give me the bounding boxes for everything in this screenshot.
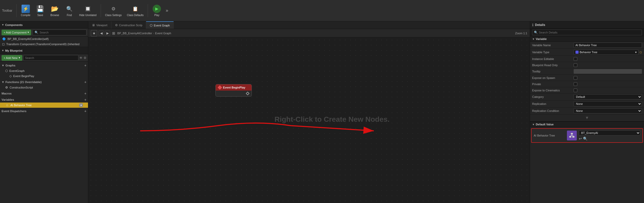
find-button[interactable]: 🔍 Find bbox=[63, 2, 76, 19]
viewport-tab-label: Viewport bbox=[96, 24, 107, 27]
components-collapse-icon[interactable]: ▼ bbox=[2, 23, 4, 26]
browse-button[interactable]: 📂 Browse bbox=[48, 2, 62, 19]
details-search-box[interactable]: 🔍 bbox=[532, 30, 642, 35]
variable-type-value-container: Behavior Tree ▾ ⬡ bbox=[574, 50, 642, 55]
construction-script-item[interactable]: ⚙ ConstructionScript bbox=[0, 85, 88, 90]
blueprint-search-box[interactable] bbox=[23, 55, 78, 61]
component-list: 🔷 BP_BB_EnemyAIController(self) ◻ Transf… bbox=[0, 36, 88, 47]
event-graph-tab-label: Event Graph bbox=[154, 24, 170, 27]
variable-expand-icon[interactable]: ▾ bbox=[79, 103, 83, 107]
default-value-asset-select[interactable]: BT_EnemyAI bbox=[579, 130, 640, 136]
class-settings-button[interactable]: ⚙ Class Settings bbox=[103, 2, 124, 19]
tab-viewport[interactable]: 🖥 Viewport bbox=[88, 21, 111, 29]
private-label: Private bbox=[532, 83, 574, 86]
variables-add-button[interactable]: + bbox=[84, 98, 86, 102]
expose-to-cinematics-checkbox[interactable] bbox=[574, 89, 577, 92]
graph-area[interactable]: Right-Click to Create New Nodes. Event B… bbox=[88, 37, 530, 203]
graphs-section-header[interactable]: ▼ Graphs + bbox=[0, 63, 88, 68]
functions-section-header[interactable]: ▼ Functions (21 Overridable) + bbox=[0, 79, 88, 85]
variable-name-input[interactable] bbox=[574, 43, 642, 48]
event-graph-item[interactable]: ⬡ EventGraph bbox=[0, 68, 88, 73]
event-begin-play-node[interactable]: Event BeginPlay bbox=[215, 84, 252, 97]
compile-button[interactable]: ⚡ Compile bbox=[19, 2, 32, 19]
instance-editable-checkbox[interactable] bbox=[574, 57, 577, 61]
class-defaults-button[interactable]: 📋 Class Defaults bbox=[125, 2, 146, 19]
blueprint-eye-icon[interactable]: 👁 bbox=[79, 56, 83, 60]
event-graph-label: EventGraph bbox=[9, 69, 25, 72]
variable-section-triangle[interactable]: ▼ bbox=[532, 38, 535, 40]
functions-add-button[interactable]: + bbox=[84, 80, 86, 84]
toolbar-separator-1 bbox=[16, 4, 17, 17]
details-search-input[interactable] bbox=[539, 31, 640, 34]
component-transform-icon: ◻ bbox=[2, 42, 5, 46]
instance-editable-value bbox=[574, 57, 642, 61]
blueprint-tree: ▼ Graphs + ⬡ EventGraph ◇ Event BeginPla… bbox=[0, 62, 88, 203]
svg-rect-1 bbox=[571, 133, 573, 134]
play-button[interactable]: ▶ Play bbox=[150, 2, 164, 19]
breadcrumb-back-button[interactable]: ◀ bbox=[99, 31, 104, 36]
default-value-triangle[interactable]: ▼ bbox=[532, 123, 535, 126]
default-value-row: AI Behavior Tree bbox=[531, 128, 643, 143]
graphs-add-button[interactable]: + bbox=[84, 63, 86, 67]
svg-rect-3 bbox=[572, 136, 574, 138]
default-value-section: ▼ Default Value AI Behavior Tree bbox=[530, 121, 644, 143]
graph-hint: Right-Click to Create New Nodes. bbox=[274, 115, 389, 124]
breadcrumb-forward-button[interactable]: ▶ bbox=[105, 31, 110, 36]
expose-on-spawn-checkbox[interactable] bbox=[574, 76, 577, 80]
event-dispatchers-section-header[interactable]: Event Dispatchers + bbox=[0, 108, 88, 114]
ai-behavior-tree-variable-item[interactable]: ⬡ AI Behavior Tree ▾ bbox=[0, 103, 88, 108]
play-icon: ▶ bbox=[153, 5, 161, 13]
save-button[interactable]: 💾 Save bbox=[33, 2, 47, 19]
toolbar-label: Toolbar bbox=[2, 9, 12, 12]
breadcrumb-nav: ◀ ▶ bbox=[99, 31, 110, 36]
default-value-reset-button[interactable]: ↩ bbox=[579, 137, 582, 141]
breadcrumb-separator: › bbox=[153, 32, 154, 35]
event-dispatchers-add-button[interactable]: + bbox=[84, 109, 86, 113]
add-new-button[interactable]: + Add New ▾ bbox=[2, 55, 22, 61]
default-value-label: AI Behavior Tree bbox=[534, 134, 565, 137]
component-self[interactable]: 🔷 BP_BB_EnemyAIController(self) bbox=[0, 36, 88, 42]
default-value-browse-button[interactable]: 🔍 bbox=[583, 137, 587, 141]
macros-section: Macros + bbox=[0, 91, 88, 96]
private-checkbox[interactable] bbox=[574, 82, 577, 86]
left-panel: ▼ Components + Add Component ▾ 🔍 🔷 BP_BB… bbox=[0, 21, 88, 203]
replication-condition-select[interactable]: None bbox=[574, 108, 642, 113]
toolbar-more-button[interactable]: » bbox=[165, 7, 169, 14]
components-search-input[interactable] bbox=[39, 31, 85, 34]
expose-on-spawn-row: Expose on Spawn bbox=[530, 75, 644, 81]
hide-unrelated-button[interactable]: 🔲 Hide Unrelated bbox=[77, 2, 99, 19]
component-transform[interactable]: ◻ Transform Component (TransformComponen… bbox=[0, 42, 88, 47]
variable-type-button[interactable]: Behavior Tree ▾ bbox=[574, 50, 639, 55]
node-output-pin[interactable] bbox=[246, 92, 249, 95]
expose-on-spawn-label: Expose on Spawn bbox=[532, 76, 574, 79]
blueprint-search-input[interactable] bbox=[25, 56, 77, 59]
add-component-label: + Add Component bbox=[4, 31, 26, 34]
default-value-select-row: BT_EnemyAI bbox=[579, 130, 640, 136]
tooltip-input[interactable] bbox=[574, 69, 642, 74]
event-dispatchers-label: Event Dispatchers bbox=[2, 110, 26, 113]
instance-editable-label: Instance Editable bbox=[532, 57, 574, 60]
blueprint-settings-icon[interactable]: ⚙ bbox=[84, 56, 86, 60]
components-search-box[interactable]: 🔍 bbox=[33, 30, 86, 35]
tab-event-graph[interactable]: ⬡ Event Graph bbox=[146, 21, 174, 29]
blueprint-read-only-checkbox[interactable] bbox=[574, 63, 577, 67]
breadcrumb-star-button[interactable]: ★ bbox=[91, 30, 97, 36]
blueprint-toolbar: + Add New ▾ 👁 ⚙ bbox=[0, 54, 88, 62]
event-begin-play-item[interactable]: ◇ Event BeginPlay bbox=[0, 73, 88, 79]
ai-behavior-tree-label: AI Behavior Tree bbox=[10, 104, 32, 107]
details-header: ℹ Details bbox=[530, 21, 644, 29]
add-component-button[interactable]: + Add Component ▾ bbox=[2, 30, 31, 35]
node-diamond-icon bbox=[218, 85, 222, 90]
default-value-header: ▼ Default Value bbox=[530, 122, 644, 127]
replication-select[interactable]: None bbox=[574, 101, 642, 106]
variables-section-header[interactable]: Variables + bbox=[0, 97, 88, 103]
category-row: Category Default bbox=[530, 93, 644, 100]
save-icon: 💾 bbox=[36, 5, 44, 13]
tab-construction-script[interactable]: ⚙ Construction Scrip bbox=[111, 21, 146, 29]
macros-section-header[interactable]: Macros + bbox=[0, 91, 88, 96]
category-select[interactable]: Default bbox=[574, 94, 642, 99]
macros-add-button[interactable]: + bbox=[84, 91, 86, 96]
toolbar-separator-3 bbox=[148, 4, 148, 17]
components-title: Components bbox=[5, 23, 86, 26]
my-blueprint-collapse-icon[interactable]: ▼ bbox=[2, 49, 4, 52]
